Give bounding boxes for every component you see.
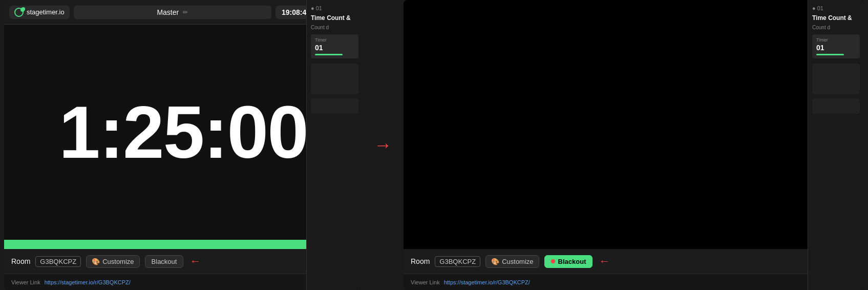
viewer-link-url-left: https://stagetimer.io/r/G3BQKCPZ/	[45, 279, 131, 285]
sidebar-secondary-card-right	[812, 64, 860, 94]
left-panel: stagetimer.io Master ✏ 19:08:44 ⛶ ⚙ 1:25…	[4, 0, 363, 290]
sidebar-subtitle-left: Count d	[311, 25, 358, 30]
room-label-right: Room	[411, 257, 430, 265]
blackout-button-right[interactable]: Blackout	[544, 255, 593, 268]
viewer-link-bar-right: Viewer Link https://stagetimer.io/r/G3BQ…	[404, 274, 864, 290]
sidebar-dot-right: ● 01	[812, 5, 860, 11]
arrow-indicator-left: ←	[189, 255, 201, 268]
arrow-indicator-right: ←	[599, 255, 610, 268]
customize-button[interactable]: 🎨 Customize	[86, 255, 139, 268]
red-dot-icon	[551, 259, 555, 263]
blackout-button-left[interactable]: Blackout	[145, 255, 184, 268]
middle-arrow-container: →	[363, 134, 404, 156]
customize-label: Customize	[102, 258, 134, 265]
customize-label-right: Customize	[502, 258, 533, 265]
timer-card-bar-left	[315, 54, 343, 55]
logo-text: stagetimer.io	[27, 8, 65, 16]
room-label: Room	[11, 257, 30, 265]
timer-number: 1:25:00	[59, 95, 308, 170]
right-panel: Room G3BQKCPZ 🎨 Customize Blackout ← Vie…	[404, 0, 864, 290]
timer-card-label-right: Timer	[816, 37, 856, 43]
blackout-label-right: Blackout	[558, 258, 586, 265]
viewer-link-url-right: https://stagetimer.io/r/G3BQKCPZ/	[444, 279, 530, 285]
customize-button-right[interactable]: 🎨 Customize	[485, 255, 539, 268]
sidebar-subtitle-right: Count d	[812, 25, 860, 30]
middle-arrow: →	[374, 134, 392, 156]
room-code-right: G3BQKCPZ	[435, 256, 480, 267]
sidebar-title-right: Time Count &	[812, 14, 860, 23]
logo-icon	[14, 8, 24, 17]
customize-icon: 🎨	[92, 258, 100, 265]
sidebar-tertiary-card-right	[812, 98, 860, 114]
timer-card-value-left: 01	[315, 44, 354, 52]
viewer-link-label-right: Viewer Link	[411, 279, 440, 285]
timer-card-value-right: 01	[816, 44, 856, 52]
sidebar-secondary-card-left	[311, 64, 358, 94]
left-panel-sidebar: ● 01 Time Count & Count d Timer 01	[306, 25, 363, 290]
main-container: stagetimer.io Master ✏ 19:08:44 ⛶ ⚙ 1:25…	[0, 0, 868, 290]
sidebar-tertiary-card-left	[311, 98, 358, 114]
right-bottom-bar: Room G3BQKCPZ 🎨 Customize Blackout ←	[404, 249, 864, 274]
customize-icon-right: 🎨	[491, 258, 499, 265]
viewer-link-label-left: Viewer Link	[11, 279, 40, 285]
master-text: Master	[157, 8, 179, 16]
timer-card-left: Timer 01	[311, 34, 358, 58]
master-label: Master ✏	[74, 6, 271, 19]
right-panel-sidebar: ● 01 Time Count & Count d Timer 01	[808, 0, 864, 290]
edit-icon[interactable]: ✏	[183, 9, 188, 16]
room-code: G3BQKCPZ	[35, 256, 81, 267]
timer-card-right: Timer 01	[812, 34, 860, 58]
progress-green	[4, 240, 312, 249]
blackout-screen	[404, 0, 864, 249]
logo-area: stagetimer.io	[9, 6, 70, 19]
timer-card-bar-right	[816, 54, 844, 55]
timer-card-label-left: Timer	[315, 37, 354, 43]
